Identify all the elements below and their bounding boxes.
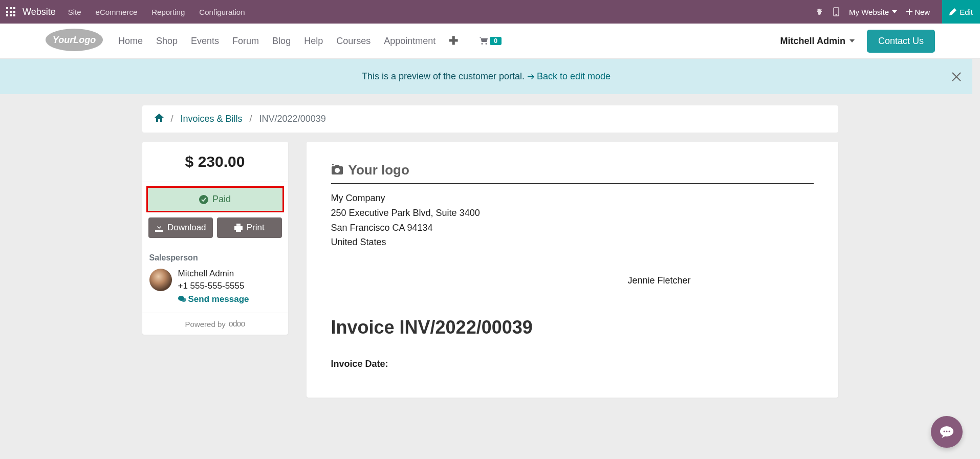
chat-fab[interactable] [931,416,963,448]
svg-point-15 [181,298,186,302]
invoice-document: Your logo My Company 250 Executive Park … [307,142,838,398]
website-selector[interactable]: My Website [849,8,897,16]
download-button[interactable]: Download [148,217,213,238]
svg-point-18 [946,431,948,432]
website-selector-label: My Website [849,8,889,16]
breadcrumb: / Invoices & Bills / INV/2022/00039 [142,105,838,133]
apps-icon[interactable] [6,7,23,16]
edit-button[interactable]: Edit [942,0,980,24]
caret-down-icon [850,39,855,42]
top-bar: Website Site eCommerce Reporting Configu… [0,0,980,24]
bug-icon[interactable] [815,8,823,16]
powered-by-text: Powered by [185,320,226,329]
company-logo-text: Your logo [349,162,409,178]
cart-count: 0 [490,37,502,45]
svg-rect-1 [10,7,12,9]
breadcrumb-sep: / [250,114,252,124]
invoice-date-label: Invoice Date: [331,359,814,369]
back-to-edit-link[interactable]: Back to edit mode [528,71,611,82]
banner-close-icon[interactable] [951,71,962,82]
salesperson-name: Mitchell Admin [178,269,249,279]
scroll-area[interactable]: This is a preview of the customer portal… [0,59,980,459]
powered-by: Powered by odoo [142,313,288,335]
app-title[interactable]: Website [23,7,56,17]
breadcrumb-sep: / [171,114,173,124]
company-address: My Company 250 Executive Park Blvd, Suit… [331,191,814,250]
banner-link-text: Back to edit mode [537,71,611,82]
download-icon [155,224,163,232]
cart-button[interactable]: 0 [478,36,502,46]
nav-add-icon[interactable]: ✚ [449,34,458,48]
salesperson-label: Salesperson [149,253,281,263]
cart-icon [478,36,489,46]
arrow-right-icon [528,73,535,80]
camera-icon [331,164,343,177]
svg-rect-3 [6,11,8,13]
new-button[interactable]: New [906,8,930,16]
svg-point-17 [944,431,945,432]
svg-rect-6 [6,14,8,16]
site-logo[interactable]: YourLogo [45,28,118,54]
company-name: My Company [331,191,814,206]
company-country: United States [331,235,814,250]
svg-rect-7 [10,14,12,16]
customer-name: Jennie Fletcher [628,275,814,286]
svg-rect-4 [10,11,12,13]
invoice-amount: $ 230.00 [142,142,288,182]
salesperson-phone: +1 555-555-5555 [178,281,249,291]
breadcrumb-invoices[interactable]: Invoices & Bills [181,114,243,124]
banner-text: This is a preview of the customer portal… [362,71,525,82]
print-icon [234,224,243,232]
invoice-summary-card: $ 230.00 Paid Download Print [142,142,288,335]
nav-events[interactable]: Events [191,36,219,47]
top-menu: Site eCommerce Reporting Configuration [68,8,245,16]
send-message-link[interactable]: Send message [178,294,249,304]
nav-courses[interactable]: Courses [336,36,371,47]
breadcrumb-current: INV/2022/00039 [259,114,326,124]
odoo-logo: odoo [229,319,245,329]
user-dropdown[interactable]: Mitchell Admin [780,36,855,47]
edit-label: Edit [960,8,973,16]
plus-icon [906,9,912,15]
preview-banner: This is a preview of the customer portal… [0,59,972,94]
svg-text:YourLogo: YourLogo [53,35,96,45]
nav-forum[interactable]: Forum [232,36,259,47]
svg-rect-8 [13,14,15,16]
new-label: New [914,8,930,16]
caret-down-icon [892,10,897,13]
menu-ecommerce[interactable]: eCommerce [96,8,138,16]
menu-reporting[interactable]: Reporting [151,8,185,16]
svg-point-19 [949,431,950,432]
paid-status-highlighted: Paid [146,186,284,212]
chat-icon [940,426,954,438]
svg-point-10 [836,14,837,15]
nav-blog[interactable]: Blog [272,36,291,47]
paid-label: Paid [212,194,231,205]
contact-us-button[interactable]: Contact Us [867,30,935,53]
nav-help[interactable]: Help [304,36,323,47]
nav-home[interactable]: Home [118,36,143,47]
comments-icon [178,296,186,303]
svg-rect-0 [6,7,8,9]
nav-shop[interactable]: Shop [156,36,178,47]
breadcrumb-home-icon[interactable] [155,114,164,124]
company-city: San Francisco CA 94134 [331,221,814,235]
site-nav-bar: YourLogo Home Shop Events Forum Blog Hel… [0,24,980,59]
svg-rect-5 [13,11,15,13]
send-message-label: Send message [188,294,249,304]
invoice-title: Invoice INV/2022/00039 [331,317,814,338]
company-street: 250 Executive Park Blvd, Suite 3400 [331,206,814,221]
pencil-icon [949,8,956,15]
mobile-icon[interactable] [833,7,840,16]
salesperson-avatar [149,269,172,291]
print-button[interactable]: Print [217,217,282,238]
download-label: Download [167,223,206,233]
check-circle-icon [199,195,208,204]
svg-point-13 [199,195,208,204]
user-name: Mitchell Admin [780,36,845,47]
nav-appointment[interactable]: Appointment [384,36,435,47]
menu-site[interactable]: Site [68,8,81,16]
menu-configuration[interactable]: Configuration [199,8,245,16]
svg-rect-2 [13,7,15,9]
print-label: Print [247,223,265,233]
